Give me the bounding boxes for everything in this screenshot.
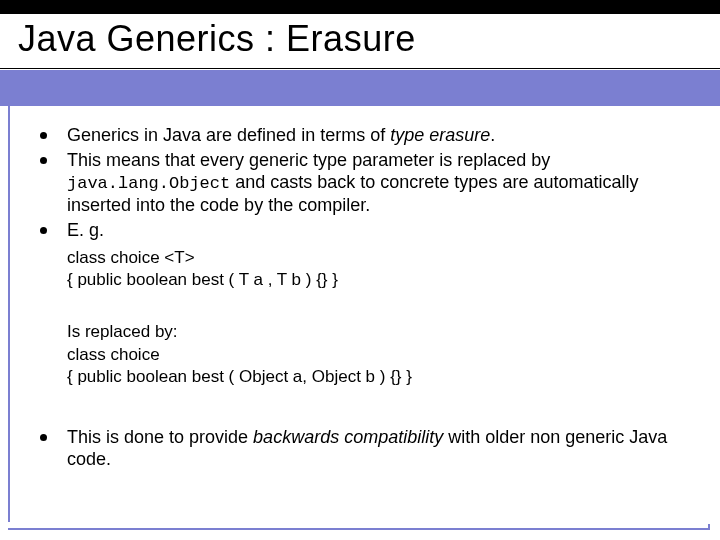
- title-underline: [0, 68, 720, 69]
- code1-line1: class choice <T>: [67, 247, 690, 269]
- bullet-2-pre: This means that every generic type param…: [67, 150, 550, 170]
- bullet-3: E. g.: [40, 219, 690, 242]
- bullet-1-italic: type erasure: [390, 125, 490, 145]
- bullet-1: Generics in Java are defined in terms of…: [40, 124, 690, 147]
- bullet-icon: [40, 132, 47, 139]
- frame-corner-right: [708, 524, 710, 530]
- bullet-icon: [40, 157, 47, 164]
- bullet-2-text: This means that every generic type param…: [67, 149, 690, 217]
- bullet-2-code: java.lang.Object: [67, 174, 230, 193]
- bullet-1-text: Generics in Java are defined in terms of…: [67, 124, 690, 147]
- bullet-1-pre: Generics in Java are defined in terms of: [67, 125, 390, 145]
- code1-line2: { public boolean best ( T a , T b ) {} }: [67, 269, 690, 291]
- slide-title: Java Generics : Erasure: [18, 18, 416, 60]
- bullet-4-pre: This is done to provide: [67, 427, 253, 447]
- bullet-3-text: E. g.: [67, 219, 690, 242]
- code2-line2: { public boolean best ( Object a, Object…: [67, 366, 690, 388]
- spacer: [40, 305, 690, 315]
- content-area: Generics in Java are defined in terms of…: [40, 124, 690, 473]
- bullet-2: This means that every generic type param…: [40, 149, 690, 217]
- purple-accent-bar: [0, 70, 720, 106]
- frame-bottom-border: [8, 528, 710, 530]
- bullet-4-text: This is done to provide backwards compat…: [67, 426, 690, 471]
- code-block-before: class choice <T> { public boolean best (…: [67, 247, 690, 291]
- bullet-4: This is done to provide backwards compat…: [40, 426, 690, 471]
- code2-line1: class choice: [67, 344, 690, 366]
- top-black-bar: [0, 0, 720, 14]
- code2-label: Is replaced by:: [67, 321, 690, 343]
- bullet-icon: [40, 434, 47, 441]
- code-block-after: Is replaced by: class choice { public bo…: [67, 321, 690, 387]
- slide: Java Generics : Erasure Generics in Java…: [0, 0, 720, 540]
- spacer: [40, 402, 690, 426]
- frame-left-border: [8, 112, 10, 522]
- bullet-4-italic: backwards compatibility: [253, 427, 443, 447]
- bullet-icon: [40, 227, 47, 234]
- bullet-1-post: .: [490, 125, 495, 145]
